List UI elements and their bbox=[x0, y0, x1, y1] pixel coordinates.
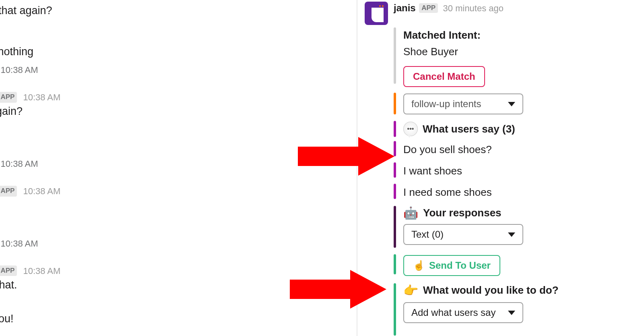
point-right-icon: 👉 bbox=[403, 284, 418, 297]
training-phrase: I need some shoes bbox=[394, 184, 644, 201]
app-badge: APP bbox=[0, 265, 17, 276]
message-timestamp: y at 10:38 AM bbox=[0, 159, 354, 169]
matched-intent-value: Shoe Buyer bbox=[403, 44, 644, 60]
attachment-bar bbox=[394, 184, 396, 199]
training-phrase: Do you sell shoes? bbox=[394, 141, 644, 158]
send-to-user-attachment: ☝️ Send To User bbox=[394, 254, 644, 277]
svg-point-0 bbox=[379, 5, 381, 7]
message-text: vs nothing bbox=[0, 44, 354, 59]
what-do-label: What would you like to do? bbox=[423, 284, 559, 297]
svg-point-1 bbox=[382, 5, 384, 7]
send-to-user-button[interactable]: ☝️ Send To User bbox=[403, 255, 500, 276]
message-text: et that. bbox=[0, 278, 354, 292]
cancel-match-button[interactable]: Cancel Match bbox=[403, 66, 485, 87]
training-phrase-text: I want shoes bbox=[403, 163, 644, 179]
actions-select[interactable]: Add what users say bbox=[403, 302, 523, 323]
agent-timestamp: 10:38 AM bbox=[23, 186, 60, 196]
app-message-timestamp: 30 minutes ago bbox=[443, 3, 504, 13]
what-users-say-attachment: ••• What users say (3) bbox=[394, 121, 644, 137]
training-phrase-text: Do you sell shoes? bbox=[403, 142, 644, 158]
matched-intent-attachment: Matched Intent: Shoe Buyer Cancel Match bbox=[394, 27, 644, 88]
your-responses-label: Your responses bbox=[423, 207, 502, 219]
attachment-bar bbox=[394, 27, 396, 84]
send-to-user-label: Send To User bbox=[429, 260, 491, 271]
attachment-bar bbox=[394, 254, 396, 274]
chevron-down-icon bbox=[508, 232, 515, 237]
what-users-say-label: What users say (3) bbox=[423, 123, 515, 135]
select-value: follow-up intents bbox=[411, 98, 481, 110]
chevron-down-icon bbox=[508, 311, 515, 315]
matched-intent-label: Matched Intent: bbox=[403, 28, 644, 42]
janis-avatar bbox=[365, 2, 388, 25]
robot-icon: 🤖 bbox=[403, 207, 418, 219]
followup-intents-select[interactable]: follow-up intents bbox=[403, 93, 523, 114]
message-text: t again? bbox=[0, 104, 354, 118]
select-value: Text (0) bbox=[411, 229, 444, 240]
attachment-bar bbox=[394, 121, 396, 137]
app-badge: APP bbox=[0, 92, 17, 103]
message-text: ay that again? bbox=[0, 3, 354, 18]
agent-message-header: nt APP 10:38 AM bbox=[0, 90, 354, 104]
channel-messages: ay that again? vs nothing y at 10:38 AM … bbox=[0, 0, 354, 336]
app-name: janis bbox=[394, 2, 416, 13]
training-phrase-text: I need some shoes bbox=[403, 185, 644, 200]
message-timestamp: y at 10:38 AM bbox=[0, 65, 354, 75]
your-responses-attachment: 🤖 Your responses Text (0) bbox=[394, 206, 644, 248]
app-badge: APP bbox=[419, 3, 438, 13]
attachment-bar bbox=[394, 206, 396, 248]
chevron-down-icon bbox=[508, 102, 515, 106]
agent-timestamp: 10:38 AM bbox=[23, 92, 60, 102]
select-value: Add what users say bbox=[411, 307, 495, 318]
app-badge: APP bbox=[0, 186, 17, 197]
training-phrase: I want shoes bbox=[394, 162, 644, 180]
attachment-bar bbox=[394, 283, 396, 336]
what-do-attachment: 👉 What would you like to do? Add what us… bbox=[394, 283, 644, 336]
message-timestamp: y at 10:38 AM bbox=[0, 239, 354, 249]
responses-select[interactable]: Text (0) bbox=[403, 224, 523, 245]
thread-pane: janis APP 30 minutes ago Matched Intent:… bbox=[365, 0, 644, 336]
app-message-header: janis APP 30 minutes ago bbox=[365, 0, 644, 25]
message-text: n you! bbox=[0, 311, 354, 326]
followup-intents-attachment: follow-up intents bbox=[394, 93, 644, 115]
point-up-icon: ☝️ bbox=[413, 261, 425, 270]
agent-timestamp: 10:38 AM bbox=[23, 266, 60, 276]
attachment-bar bbox=[394, 141, 396, 156]
attachment-bar bbox=[394, 162, 396, 178]
attachment-bar bbox=[394, 93, 396, 114]
speech-bubble-icon: ••• bbox=[403, 122, 418, 136]
pane-divider bbox=[357, 0, 357, 336]
agent-message-header: nt APP 10:38 AM bbox=[0, 184, 354, 198]
janis-logo-icon bbox=[367, 4, 385, 22]
agent-message-header: nt APP 10:38 AM bbox=[0, 263, 354, 278]
